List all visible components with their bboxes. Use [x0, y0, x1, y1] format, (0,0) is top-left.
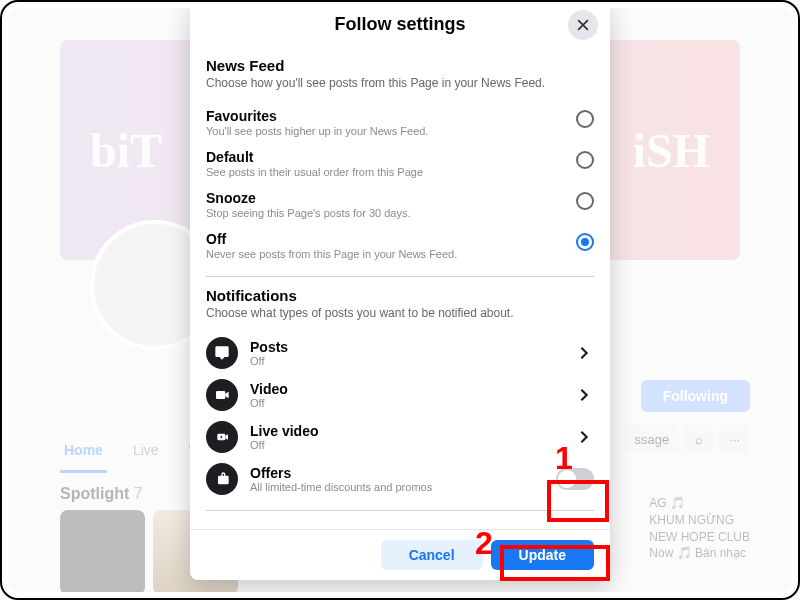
divider	[206, 276, 594, 277]
notif-status: All limited-time discounts and promos	[250, 481, 544, 493]
live-icon	[206, 421, 238, 453]
notifications-title: Notifications	[206, 287, 594, 304]
option-desc: See posts in their usual order from this…	[206, 166, 566, 178]
option-desc: You'll see posts higher up in your News …	[206, 125, 566, 137]
notif-status: Off	[250, 355, 562, 367]
news-feed-title: News Feed	[206, 57, 594, 74]
divider	[206, 510, 594, 511]
news-feed-subtitle: Choose how you'll see posts from this Pa…	[206, 76, 594, 90]
radio-default[interactable]	[576, 151, 594, 169]
chevron-right-icon	[574, 427, 594, 447]
offers-toggle[interactable]	[556, 468, 594, 490]
option-label: Favourites	[206, 108, 566, 124]
option-label: Off	[206, 231, 566, 247]
option-label: Default	[206, 149, 566, 165]
option-off[interactable]: Off Never see posts from this Page in yo…	[206, 225, 594, 266]
follow-settings-modal: Follow settings News Feed Choose how you…	[190, 0, 610, 580]
notif-label: Offers	[250, 465, 544, 481]
notif-video[interactable]: Video Off	[206, 374, 594, 416]
notif-offers[interactable]: Offers All limited-time discounts and pr…	[206, 458, 594, 500]
radio-favourites[interactable]	[576, 110, 594, 128]
close-icon	[576, 18, 590, 32]
offers-icon	[206, 463, 238, 495]
notif-status: Off	[250, 397, 562, 409]
notif-label: Video	[250, 381, 562, 397]
speech-icon	[206, 337, 238, 369]
radio-off[interactable]	[576, 233, 594, 251]
notif-label: Live video	[250, 423, 562, 439]
unfollow-row: Unfollow this Page Stop receiving all up…	[206, 521, 594, 529]
option-favourites[interactable]: Favourites You'll see posts higher up in…	[206, 102, 594, 143]
svg-rect-0	[216, 391, 225, 399]
chevron-right-icon	[574, 385, 594, 405]
option-default[interactable]: Default See posts in their usual order f…	[206, 143, 594, 184]
option-desc: Never see posts from this Page in your N…	[206, 248, 566, 260]
notif-status: Off	[250, 439, 562, 451]
svg-point-2	[220, 436, 223, 439]
cancel-button[interactable]: Cancel	[381, 540, 483, 570]
video-icon	[206, 379, 238, 411]
update-button[interactable]: Update	[491, 540, 594, 570]
radio-snooze[interactable]	[576, 192, 594, 210]
modal-title: Follow settings	[334, 14, 465, 35]
notif-posts[interactable]: Posts Off	[206, 332, 594, 374]
notif-live[interactable]: Live video Off	[206, 416, 594, 458]
chevron-right-icon	[574, 343, 594, 363]
notif-label: Posts	[250, 339, 562, 355]
option-label: Snooze	[206, 190, 566, 206]
close-button[interactable]	[568, 10, 598, 40]
option-desc: Stop seeing this Page's posts for 30 day…	[206, 207, 566, 219]
notifications-subtitle: Choose what types of posts you want to b…	[206, 306, 594, 320]
option-snooze[interactable]: Snooze Stop seeing this Page's posts for…	[206, 184, 594, 225]
